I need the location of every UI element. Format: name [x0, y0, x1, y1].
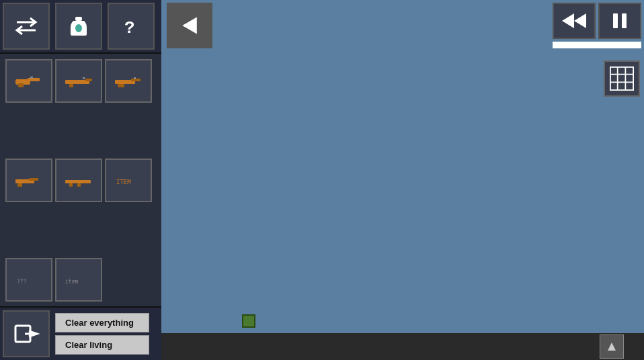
svg-rect-20: [69, 183, 73, 187]
svg-rect-19: [65, 180, 91, 183]
svg-marker-28: [574, 13, 586, 28]
top-right-controls: [553, 3, 641, 48]
exit-button[interactable]: [3, 310, 50, 357]
item-cell-1[interactable]: [5, 59, 52, 103]
svg-text:item: item: [65, 279, 78, 285]
game-viewport: [161, 0, 644, 333]
item-cell-7[interactable]: ???: [5, 258, 52, 302]
svg-rect-17: [29, 178, 38, 181]
svg-point-2: [75, 24, 82, 32]
svg-rect-15: [134, 77, 136, 79]
svg-marker-27: [182, 17, 197, 34]
progress-bar: [553, 42, 641, 48]
svg-marker-29: [562, 13, 574, 28]
playback-controls: [553, 3, 641, 39]
svg-rect-5: [28, 78, 40, 81]
help-button[interactable]: ?: [108, 3, 155, 50]
bottom-left-panel: Clear everything Clear living: [0, 306, 161, 360]
item-cell-5[interactable]: [55, 159, 102, 202]
svg-rect-10: [69, 84, 73, 87]
entity-dot: [242, 314, 255, 328]
clear-living-button[interactable]: Clear living: [55, 335, 149, 355]
item-cell-3[interactable]: [105, 59, 152, 103]
clear-everything-button[interactable]: Clear everything: [55, 313, 149, 332]
item-cell-2[interactable]: [55, 59, 102, 103]
bottom-right-item: [600, 334, 624, 359]
svg-rect-30: [613, 13, 618, 28]
item-cell-6[interactable]: ITEM: [105, 159, 152, 202]
swap-button[interactable]: [3, 3, 50, 50]
svg-text:ITEM: ITEM: [116, 179, 131, 185]
item-cell-4[interactable]: [5, 159, 52, 202]
svg-rect-21: [77, 183, 81, 187]
svg-rect-36: [610, 67, 633, 90]
toolbar: ?: [0, 0, 161, 54]
context-menu: Clear everything Clear living: [55, 313, 149, 355]
bottle-button[interactable]: [55, 3, 102, 50]
svg-marker-0: [608, 343, 616, 351]
rewind-button[interactable]: [553, 3, 596, 39]
pause-button[interactable]: [598, 3, 641, 39]
svg-rect-18: [17, 183, 22, 187]
svg-rect-9: [85, 79, 92, 81]
svg-text:???: ???: [17, 279, 27, 285]
grid-toggle-button[interactable]: [604, 60, 640, 97]
svg-rect-1: [75, 17, 82, 21]
svg-text:?: ?: [124, 18, 135, 38]
svg-rect-11: [83, 77, 85, 79]
back-button[interactable]: [167, 3, 212, 48]
svg-rect-6: [18, 83, 24, 87]
item-cell-8[interactable]: item: [55, 258, 102, 302]
svg-rect-31: [622, 13, 627, 28]
svg-rect-7: [30, 77, 33, 79]
bottom-bar: [161, 333, 644, 360]
svg-rect-14: [118, 84, 124, 87]
